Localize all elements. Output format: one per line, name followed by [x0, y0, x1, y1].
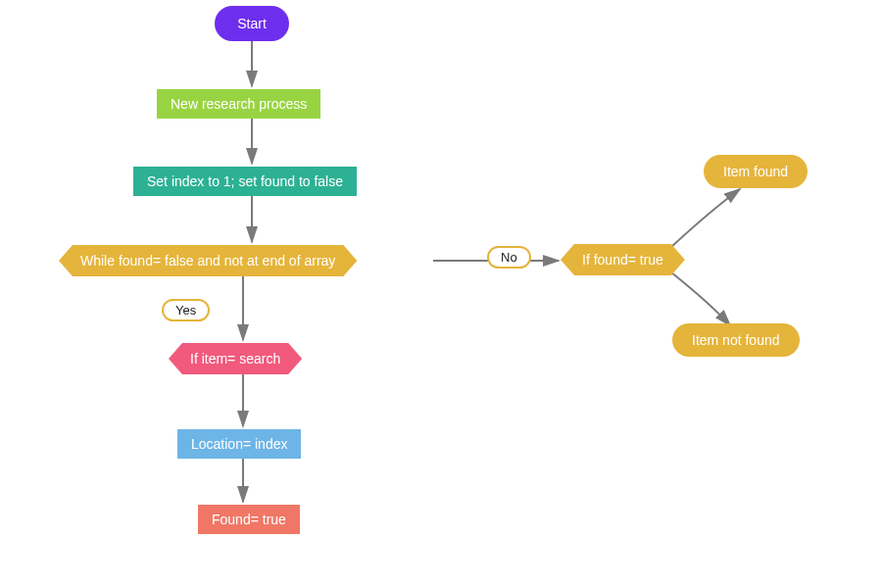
while-condition-label: While found= false and not at end of arr… [80, 253, 335, 269]
item-not-found-label: Item not found [692, 332, 780, 348]
flow-arrows [0, 0, 882, 588]
if-item-node: If item= search [169, 343, 302, 374]
item-not-found-node: Item not found [672, 323, 800, 357]
new-research-label: New research process [171, 96, 307, 112]
new-research-node: New research process [157, 89, 320, 119]
if-found-node: If found= true [561, 244, 685, 275]
item-found-node: Item found [704, 155, 808, 188]
found-true-node: Found= true [198, 505, 300, 534]
set-index-label: Set index to 1; set found to false [147, 173, 343, 189]
while-condition-node: While found= false and not at end of arr… [59, 245, 357, 276]
set-index-node: Set index to 1; set found to false [133, 167, 357, 196]
start-node: Start [215, 6, 289, 41]
no-label: No [487, 246, 531, 269]
start-label: Start [237, 16, 267, 31]
if-item-label: If item= search [190, 351, 280, 367]
item-found-label: Item found [723, 164, 788, 179]
found-true-label: Found= true [212, 512, 286, 527]
location-node: Location= index [177, 429, 301, 459]
yes-label: Yes [162, 299, 210, 321]
if-found-label: If found= true [582, 252, 663, 268]
location-label: Location= index [191, 436, 287, 452]
